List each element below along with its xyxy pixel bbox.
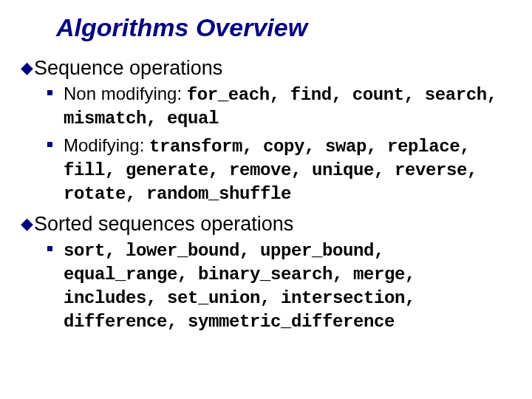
section-head-text: Sorted sequences operations	[34, 213, 293, 235]
section-head: ◆Sequence operations	[21, 57, 511, 80]
diamond-icon: ◆	[21, 58, 33, 78]
item-prefix: Modifying:	[64, 135, 149, 155]
bullet-icon	[47, 246, 52, 251]
item-code: sort, lower_bound, upper_bound, equal_ra…	[64, 241, 415, 332]
section-sorted: ◆Sorted sequences operations sort, lower…	[21, 213, 511, 333]
section-head-text: Sequence operations	[34, 57, 222, 79]
section-head: ◆Sorted sequences operations	[21, 213, 511, 236]
slide: Algorithms Overview ◆Sequence operations…	[0, 0, 532, 355]
list-item: Modifying: transform, copy, swap, replac…	[47, 134, 511, 205]
bullet-icon	[47, 142, 52, 147]
list-item: Non modifying: for_each, find, count, se…	[47, 83, 511, 130]
section-sequence: ◆Sequence operations Non modifying: for_…	[21, 57, 511, 205]
item-prefix: Non modifying:	[64, 83, 187, 103]
bullet-icon	[47, 90, 52, 95]
diamond-icon: ◆	[21, 214, 33, 233]
page-title: Algorithms Overview	[56, 13, 511, 42]
item-list: Non modifying: for_each, find, count, se…	[47, 83, 511, 205]
list-item: sort, lower_bound, upper_bound, equal_ra…	[47, 239, 511, 333]
item-list: sort, lower_bound, upper_bound, equal_ra…	[47, 239, 511, 333]
